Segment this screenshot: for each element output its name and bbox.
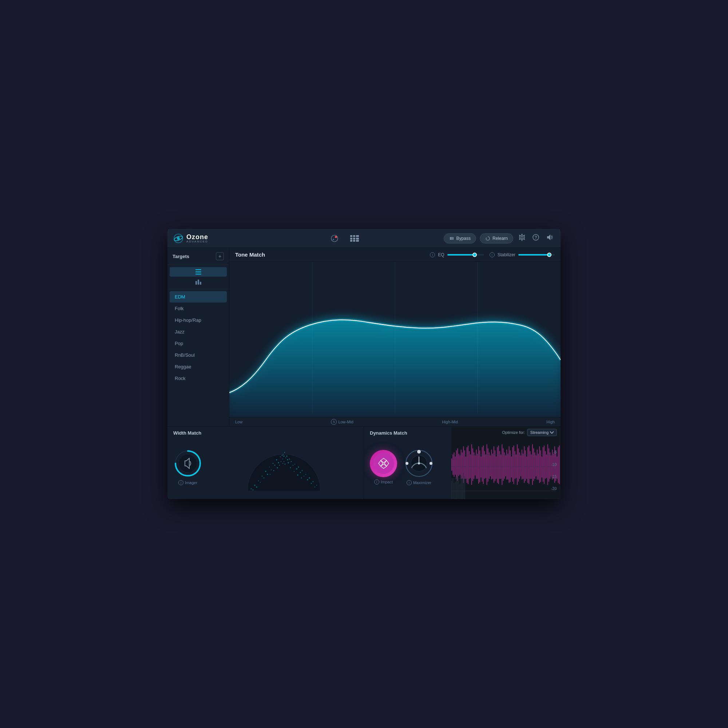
stabilizer-slider-track[interactable]: [518, 254, 555, 255]
svg-rect-117: [479, 450, 480, 482]
tone-match-controls: i EQ i Stabilizer: [430, 252, 555, 257]
help-button[interactable]: ?: [531, 232, 541, 244]
maximizer-label-text: Maximizer: [413, 480, 431, 485]
svg-rect-194: [461, 476, 462, 499]
sidebar: Targets +: [167, 248, 229, 426]
sidebar-add-button[interactable]: +: [216, 252, 224, 260]
relearn-button[interactable]: Relearn: [480, 233, 513, 243]
impact-info-icon[interactable]: i: [374, 479, 379, 485]
svg-rect-13: [353, 240, 355, 242]
svg-point-76: [284, 464, 285, 465]
sidebar-list-icon[interactable]: [170, 267, 227, 277]
svg-point-80: [290, 467, 291, 468]
maximizer-control: i Maximizer: [404, 449, 434, 485]
maximizer-label: i Maximizer: [407, 480, 431, 485]
orbit-icon: [330, 234, 338, 242]
waveform-bars-dark: [451, 473, 465, 499]
sidebar-item-jazz[interactable]: Jazz: [170, 326, 227, 337]
svg-rect-17: [453, 237, 454, 240]
waveform-area: -5 -10 -15 -20: [451, 438, 561, 499]
svg-rect-7: [353, 235, 355, 237]
svg-rect-190: [456, 477, 457, 499]
sidebar-item-hiphop[interactable]: Hip-hop/Rap: [170, 315, 227, 326]
svg-rect-160: [530, 451, 530, 479]
audio-button[interactable]: [544, 232, 555, 244]
imager-label-text: Imager: [185, 480, 197, 485]
svg-point-19: [521, 236, 523, 239]
svg-rect-129: [494, 446, 494, 483]
impact-knob[interactable]: [370, 450, 397, 477]
freq-chart: [229, 262, 561, 417]
sidebar-item-rnb[interactable]: RnB/Soul: [170, 349, 227, 361]
orbit-button[interactable]: [328, 232, 341, 245]
optimize-dropdown[interactable]: Streaming: [527, 429, 557, 436]
eq-info-icon[interactable]: i: [430, 252, 435, 257]
svg-rect-118: [480, 456, 481, 477]
svg-rect-119: [482, 447, 483, 482]
svg-rect-139: [505, 455, 506, 476]
optimize-header: Optimize for: Streaming: [451, 427, 561, 438]
dynamics-content: Dynamics Match: [364, 427, 451, 499]
svg-rect-176: [549, 448, 549, 482]
svg-rect-94: [453, 455, 453, 475]
svg-rect-124: [488, 448, 488, 482]
svg-rect-177: [550, 453, 551, 479]
optimize-label: Optimize for:: [502, 430, 525, 434]
bypass-icon: [449, 236, 454, 241]
svg-rect-15: [450, 237, 451, 240]
svg-rect-101: [461, 450, 462, 479]
svg-rect-108: [469, 451, 470, 479]
imager-info-icon[interactable]: i: [178, 480, 184, 485]
settings-button[interactable]: [517, 232, 527, 244]
svg-rect-104: [464, 450, 465, 479]
svg-rect-154: [523, 454, 523, 479]
sidebar-item-edm[interactable]: EDM: [170, 291, 227, 303]
svg-rect-121: [484, 451, 485, 479]
svg-point-59: [289, 459, 289, 459]
svg-point-33: [283, 456, 284, 457]
db-label-10: -10: [551, 462, 557, 466]
waveform-svg: -5 -10 -15 -20: [451, 438, 561, 499]
svg-point-88: [417, 450, 421, 454]
svg-rect-128: [492, 454, 493, 479]
eq-slider-track[interactable]: [447, 254, 484, 255]
svg-point-48: [309, 477, 310, 479]
sidebar-item-pop[interactable]: Pop: [170, 338, 227, 349]
svg-point-79: [279, 465, 280, 466]
svg-point-64: [271, 470, 272, 470]
sidebar-item-rock[interactable]: Rock: [170, 373, 227, 384]
maximizer-info-icon[interactable]: i: [407, 480, 412, 485]
tone-match-panel: Tone Match i EQ i Stabilizer: [229, 248, 561, 426]
svg-rect-122: [485, 455, 486, 478]
svg-point-37: [280, 456, 281, 457]
main-content: Targets +: [167, 248, 561, 426]
svg-rect-126: [490, 455, 491, 476]
impact-label: i Impact: [374, 479, 393, 485]
maximizer-knob-svg[interactable]: [404, 449, 434, 478]
sidebar-chart-icon[interactable]: [170, 277, 227, 287]
stabilizer-info-icon[interactable]: i: [489, 252, 495, 257]
grid-button[interactable]: [348, 233, 361, 244]
sidebar-item-reggae[interactable]: Reggae: [170, 361, 227, 372]
bypass-button[interactable]: Bypass: [444, 233, 476, 243]
svg-point-5: [333, 239, 334, 240]
freq-label-high: High: [546, 419, 555, 425]
imager-knob-wrapper: [173, 449, 202, 478]
grid-icon: [350, 235, 359, 242]
svg-point-67: [304, 476, 304, 476]
svg-point-77: [283, 463, 283, 464]
impact-knob-inner: [373, 453, 394, 474]
svg-point-41: [272, 463, 273, 464]
freq-chart-svg: [229, 262, 561, 417]
svg-rect-172: [544, 445, 544, 484]
svg-point-3: [331, 235, 338, 242]
tone-match-title: Tone Match: [235, 252, 265, 258]
imager-knob-svg[interactable]: [173, 449, 202, 478]
stereo-field: [210, 444, 358, 491]
svg-point-44: [301, 470, 302, 471]
curve-glow-area: [229, 320, 561, 417]
header-right: Bypass Relearn ?: [444, 232, 555, 244]
chevron-down-icon: [550, 431, 554, 434]
svg-rect-150: [518, 448, 519, 482]
sidebar-item-folk[interactable]: Folk: [170, 303, 227, 314]
